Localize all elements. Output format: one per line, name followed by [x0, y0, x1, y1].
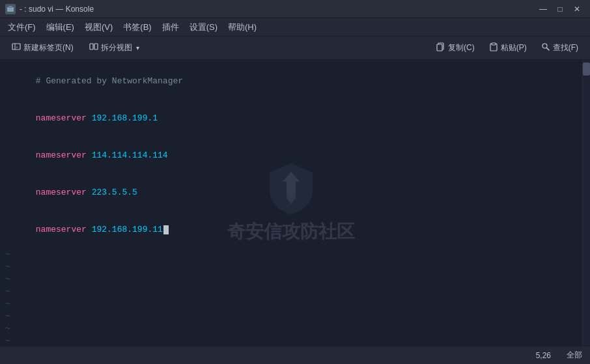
editor-line-ns3: nameserver 223.5.5.5 — [5, 174, 577, 211]
scrollbar[interactable] — [582, 60, 590, 346]
editor-container: # Generated by NetworkManager nameserver… — [0, 60, 590, 346]
editor-content[interactable]: # Generated by NetworkManager nameserver… — [0, 60, 582, 346]
paste-icon — [489, 42, 498, 53]
value-ns3: 223.5.5.5 — [87, 188, 137, 197]
new-tab-button[interactable]: + 新建标签页(N) — [5, 40, 80, 56]
text-cursor — [163, 225, 169, 234]
scrollbar-thumb[interactable] — [583, 63, 590, 76]
minimize-button[interactable]: — — [535, 3, 551, 16]
maximize-button[interactable]: □ — [552, 3, 568, 16]
split-view-dropdown-icon: ▾ — [136, 44, 139, 51]
tilde-4: ~ — [5, 285, 577, 298]
copy-icon — [436, 42, 445, 53]
keyword-ns2: nameserver — [36, 150, 87, 160]
editor-line-comment: # Generated by NetworkManager — [5, 63, 577, 100]
tilde-2: ~ — [5, 260, 577, 273]
new-tab-label: 新建标签页(N) — [23, 42, 74, 53]
tilde-1: ~ — [5, 248, 577, 260]
value-ns4: 192.168.199.11 — [87, 225, 163, 234]
window-controls: — □ ✕ — [535, 3, 585, 16]
window-title: - : sudo vi — Konsole — [20, 5, 94, 14]
tilde-7: ~ — [5, 322, 577, 335]
split-view-label: 拆分视图 — [101, 42, 132, 53]
svg-rect-8 — [437, 44, 442, 51]
editor-line-ns2: nameserver 114.114.114.114 — [5, 137, 577, 174]
menu-bookmarks[interactable]: 书签(B) — [118, 19, 156, 36]
tilde-6: ~ — [5, 310, 577, 322]
svg-text:+: + — [16, 45, 18, 49]
tilde-3: ~ — [5, 273, 577, 285]
menu-view[interactable]: 视图(V) — [79, 19, 118, 36]
keyword-ns3: nameserver — [36, 188, 87, 197]
toolbar-right: 复制(C) 粘贴(P) 查找(F) — [430, 40, 585, 56]
svg-rect-0 — [7, 7, 14, 12]
keyword-ns1: nameserver — [36, 113, 87, 123]
find-button[interactable]: 查找(F) — [535, 40, 585, 56]
find-label: 查找(F) — [553, 42, 578, 53]
tilde-8: ~ — [5, 335, 577, 346]
value-ns1: 192.168.199.1 — [87, 113, 158, 123]
menu-help[interactable]: 帮助(H) — [223, 19, 262, 36]
toolbar: + 新建标签页(N) 拆分视图 ▾ 复制(C) — [0, 36, 590, 60]
svg-line-12 — [546, 48, 549, 51]
svg-rect-5 — [90, 44, 93, 49]
svg-rect-1 — [8, 6, 12, 8]
copy-label: 复制(C) — [448, 42, 475, 53]
svg-rect-10 — [492, 43, 496, 45]
menu-file[interactable]: 文件(F) — [3, 19, 41, 36]
status-bar: 5,26 全部 — [0, 346, 590, 364]
editor-line-ns1: nameserver 192.168.199.1 — [5, 100, 577, 137]
cursor-position: 5,26 — [536, 351, 551, 360]
view-mode: 全部 — [567, 350, 582, 361]
value-ns2: 114.114.114.114 — [87, 150, 168, 160]
copy-button[interactable]: 复制(C) — [430, 40, 481, 56]
comment-text: # Generated by NetworkManager — [36, 76, 183, 86]
new-tab-icon: + — [12, 42, 21, 53]
menu-settings[interactable]: 设置(S) — [184, 19, 223, 36]
paste-label: 粘贴(P) — [501, 42, 527, 53]
keyword-ns4: nameserver — [36, 225, 87, 234]
split-view-button[interactable]: 拆分视图 ▾ — [83, 40, 146, 56]
title-bar-left: - : sudo vi — Konsole — [5, 4, 94, 14]
split-view-icon — [89, 42, 98, 53]
title-bar: - : sudo vi — Konsole — □ ✕ — [0, 0, 590, 18]
find-icon — [541, 42, 550, 53]
paste-button[interactable]: 粘贴(P) — [483, 40, 533, 56]
svg-point-11 — [542, 44, 547, 48]
menu-edit[interactable]: 编辑(E) — [41, 19, 79, 36]
app-icon — [5, 4, 16, 14]
close-button[interactable]: ✕ — [569, 3, 585, 16]
menu-plugins[interactable]: 插件 — [157, 19, 184, 36]
tilde-5: ~ — [5, 298, 577, 310]
svg-rect-6 — [94, 44, 98, 49]
menu-bar: 文件(F) 编辑(E) 视图(V) 书签(B) 插件 设置(S) 帮助(H) — [0, 18, 590, 36]
editor-line-ns4: nameserver 192.168.199.11 — [5, 211, 577, 248]
